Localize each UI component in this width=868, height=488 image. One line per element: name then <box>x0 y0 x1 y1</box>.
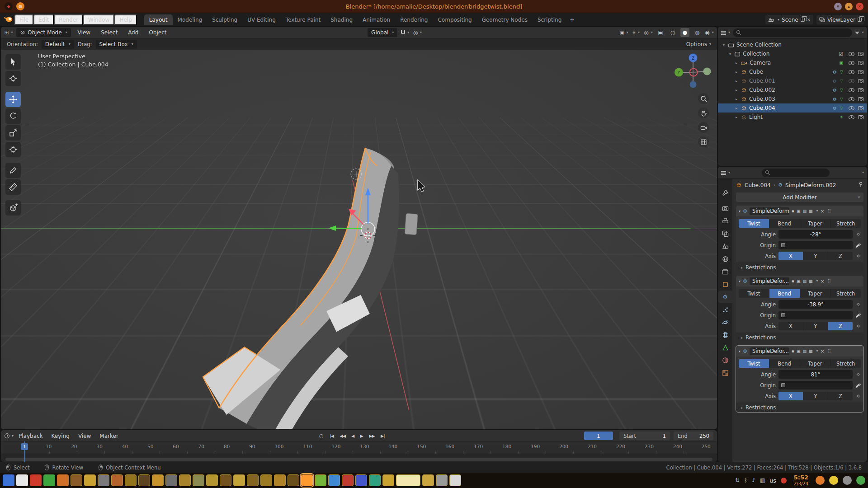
angle-field[interactable]: 81° <box>778 370 853 379</box>
workspace-tab[interactable]: Geometry Nodes <box>477 14 533 25</box>
modifier-icon[interactable]: ⚙ <box>833 97 837 102</box>
outliner-row-collection[interactable]: ▾ Collection ☑ <box>718 49 867 58</box>
properties-search-input[interactable] <box>762 169 830 177</box>
timeline-track[interactable] <box>1 454 717 462</box>
workspace-tab[interactable]: Shading <box>326 14 358 25</box>
mode-taper-button[interactable]: Taper <box>800 359 831 368</box>
start-frame-field[interactable]: Start 1 <box>619 432 670 440</box>
add-cube-tool[interactable] <box>5 200 21 216</box>
taskbar-app-icon[interactable] <box>233 474 245 486</box>
select-box-tool[interactable] <box>5 54 21 70</box>
render-camera-icon[interactable] <box>858 106 863 110</box>
timeline-menu[interactable]: Playback <box>15 432 47 440</box>
origin-field[interactable] <box>778 311 853 319</box>
tab-modifiers[interactable]: ⚙ <box>718 291 732 303</box>
viewport-3d[interactable]: User Perspective (1) Collection | Cube.0… <box>1 50 717 429</box>
transport-button[interactable]: ▶▶ <box>367 433 377 439</box>
origin-field[interactable] <box>778 241 853 249</box>
scale-tool[interactable] <box>5 125 21 141</box>
xray-toggle[interactable]: ▣ <box>656 28 665 37</box>
taskbar-app-icon[interactable] <box>288 474 299 486</box>
keyframe-icon[interactable] <box>856 303 859 306</box>
outliner-row-scene-collection[interactable]: ▾ Scene Collection <box>718 40 867 49</box>
add-workspace-button[interactable]: + <box>566 14 577 25</box>
toggle-realtime[interactable]: ▤ <box>803 279 807 283</box>
hide-eye-icon[interactable] <box>849 115 854 119</box>
taskbar-app-icon[interactable] <box>57 474 69 486</box>
pin-icon[interactable] <box>858 182 863 189</box>
angle-field[interactable]: -28° <box>778 230 853 239</box>
camera-data-icon[interactable]: ▣ <box>839 61 843 65</box>
restrictions-subpanel[interactable]: ▸Restrictions <box>736 403 863 412</box>
timeline-body[interactable]: 1102030405060708090100110120130140150160… <box>1 441 717 462</box>
extras-dropdown-icon[interactable]: ▾ <box>816 209 818 213</box>
close-icon[interactable]: × <box>821 208 825 214</box>
taskbar-app-icon[interactable] <box>179 474 191 486</box>
taskbar-app-icon[interactable] <box>138 474 150 486</box>
window-maximize-button[interactable]: ▴ <box>845 3 853 10</box>
workspace-tab[interactable]: Sculpting <box>207 14 242 25</box>
taskbar-app-icon[interactable] <box>355 474 367 486</box>
outliner-search-input[interactable] <box>733 28 852 37</box>
shading-solid-button[interactable]: ● <box>680 28 689 37</box>
outliner-row-cube-003[interactable]: ▸ Cube.003 ⚙▽ <box>718 94 867 103</box>
eyedropper-icon[interactable] <box>855 313 861 318</box>
axis-z-neg-ball[interactable] <box>690 81 697 88</box>
topbar-menu[interactable]: File <box>14 14 33 25</box>
zoom-icon[interactable] <box>698 93 709 104</box>
toggle-realtime[interactable]: ▤ <box>803 209 807 213</box>
taskbar-app-icon[interactable] <box>30 474 42 486</box>
drag-dropdown[interactable]: Select Box▾ <box>96 40 137 49</box>
window-titlebar[interactable]: ◆ ◍ Blender* [/home/amalie/Desktop/blend… <box>0 0 868 13</box>
topbar-menu[interactable]: Help <box>114 14 137 25</box>
render-camera-icon[interactable] <box>858 97 863 101</box>
hide-eye-icon[interactable] <box>849 106 854 110</box>
taskbar-app-icon[interactable] <box>165 474 177 486</box>
axis-z-button[interactable]: Z <box>828 322 853 330</box>
modifier-icon[interactable]: ⚙ <box>833 106 837 111</box>
transport-button[interactable]: ▶ <box>358 433 365 439</box>
viewport-menu[interactable]: Object <box>145 28 170 37</box>
outliner-row-cube[interactable]: ▸ Cube ⚙▽ <box>718 67 867 76</box>
taskbar-app-icon[interactable] <box>206 474 218 486</box>
tray-app-icon[interactable] <box>816 476 825 485</box>
editor-type-dropdown[interactable]: ⊞▾ <box>4 28 13 37</box>
taskbar-app-icon[interactable] <box>260 474 272 486</box>
window-app-icon[interactable]: ◍ <box>16 2 24 10</box>
bluetooth-icon[interactable]: ᛒ <box>744 477 747 483</box>
keyframe-icon[interactable] <box>856 233 859 236</box>
tab-view-layer[interactable] <box>718 227 732 240</box>
outliner-row-cube-001[interactable]: ▸ Cube.001 ⚙▽ <box>718 76 867 85</box>
pan-hand-icon[interactable] <box>698 108 709 118</box>
taskbar-app-icon[interactable] <box>342 474 354 486</box>
transport-button[interactable]: ◀ <box>349 433 356 439</box>
window-close-button[interactable]: × <box>856 3 863 10</box>
toggle-edit-mode[interactable]: ▣ <box>797 349 801 353</box>
tab-world[interactable] <box>718 253 732 265</box>
axis-y-button[interactable]: Y <box>803 322 828 330</box>
overlays-toggle[interactable]: ◎▾ <box>644 28 653 37</box>
mesh-data-icon[interactable]: ▽ <box>840 106 843 110</box>
snap-magnet-toggle[interactable]: ▾ <box>401 28 410 37</box>
taskbar-app-icon[interactable] <box>193 474 204 486</box>
hide-eye-icon[interactable] <box>849 88 854 92</box>
disclosure-icon[interactable]: ▸ <box>734 79 739 83</box>
render-camera-icon[interactable] <box>858 88 863 92</box>
workspace-tab[interactable]: Animation <box>358 14 395 25</box>
volume-icon[interactable]: ♪ <box>752 477 755 483</box>
end-frame-field[interactable]: End 250 <box>674 432 713 440</box>
axis-y-button[interactable]: Y <box>803 252 828 260</box>
unlink-scene-icon[interactable]: × <box>807 17 811 22</box>
disclosure-icon[interactable]: ▸ <box>734 70 739 74</box>
taskbar-app-icon[interactable] <box>274 474 286 486</box>
keyframe-icon[interactable] <box>856 373 859 376</box>
shading-rendered-button[interactable]: ◉▾ <box>705 28 714 37</box>
camera-view-icon[interactable] <box>698 122 709 133</box>
taskbar-app-icon[interactable] <box>98 474 109 486</box>
mode-bend-button[interactable]: Bend <box>769 289 800 298</box>
move-tool[interactable] <box>5 92 21 107</box>
taskbar-app-icon[interactable] <box>43 474 55 486</box>
keyframe-icon[interactable] <box>856 394 859 398</box>
disclosure-icon[interactable]: ▸ <box>734 97 739 101</box>
axis-x-button[interactable]: X <box>778 392 803 400</box>
